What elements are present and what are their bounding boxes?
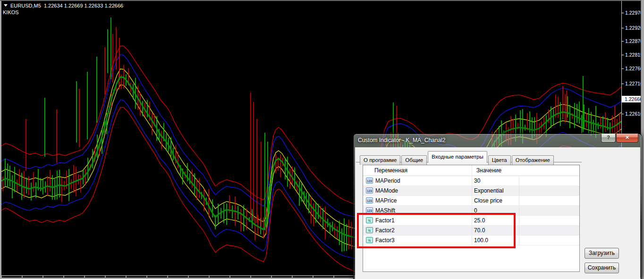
column-separator	[519, 176, 519, 186]
param-row-MAPrice[interactable]: 123MAPriceClose price	[363, 196, 579, 206]
chart-symbol: EURUSD,M5	[10, 3, 41, 8]
chart-ohlc-quotes: 1.22634 1.22669 1.22633 1.22666	[44, 3, 123, 8]
indicator-name-label: KIKOS	[3, 9, 19, 15]
column-header-value: Значение	[476, 167, 501, 174]
custom-indicator-dialog: Custom Indicator - K_MA_Chanal2 ? ✕ О пр…	[353, 134, 642, 279]
dialog-tab-4[interactable]: Отображение	[512, 155, 554, 165]
param-name: MAPeriod	[375, 178, 400, 184]
param-name: MAMode	[375, 187, 398, 194]
load-button[interactable]: Загрузить	[585, 248, 619, 259]
param-value[interactable]: 30	[474, 178, 480, 184]
dialog-tab-2[interactable]: Входные параметры	[428, 151, 487, 163]
axis-tick	[622, 84, 624, 84]
column-separator	[472, 165, 472, 176]
integer-param-icon: 123	[366, 187, 373, 194]
axis-tick	[622, 68, 624, 69]
save-button[interactable]: Сохранить	[585, 262, 619, 273]
column-separator	[472, 196, 472, 205]
axis-tick	[622, 28, 624, 28]
param-row-MAPeriod[interactable]: 123MAPeriod30	[363, 176, 579, 186]
integer-param-icon: 123	[366, 197, 373, 203]
param-name: MAPrice	[375, 197, 397, 204]
tab-strip: О программеОбщиеВходные параметрыЦветаОт…	[360, 151, 555, 162]
axis-tick	[622, 13, 624, 13]
column-separator	[519, 186, 519, 195]
help-button[interactable]: ?	[601, 134, 616, 143]
table-header-row: Переменная Значение	[363, 165, 579, 176]
column-separator	[519, 196, 519, 205]
column-separator	[472, 186, 472, 195]
dialog-tab-1[interactable]: Общие	[401, 155, 427, 165]
close-button[interactable]: ✕	[616, 134, 638, 143]
axis-tick	[622, 114, 624, 114]
window-frame-left	[0, 0, 1, 279]
dialog-title: Custom Indicator - K_MA_Chanal2	[358, 137, 445, 144]
column-separator	[519, 216, 519, 225]
column-header-variable: Переменная	[374, 167, 407, 174]
chart-symbol-header: EURUSD,M5 1.22634 1.22669 1.22633 1.2266…	[4, 3, 123, 8]
help-icon: ?	[607, 135, 610, 140]
integer-param-icon: 123	[366, 178, 373, 184]
column-separator	[519, 236, 519, 245]
column-separator	[519, 226, 519, 235]
column-separator	[519, 206, 519, 215]
axis-tick	[622, 41, 624, 42]
close-icon: ✕	[625, 135, 629, 140]
dialog-tab-3[interactable]: Цвета	[488, 155, 511, 165]
param-value[interactable]: Exponential	[474, 187, 504, 194]
param-value[interactable]: Close price	[474, 197, 502, 204]
window-frame-top	[0, 0, 644, 1]
chevron-down-icon[interactable]	[4, 4, 8, 7]
param-row-MAMode[interactable]: 123MAModeExponential	[363, 186, 579, 196]
red-highlight-annotation	[357, 213, 516, 248]
mt4-chart-window: EURUSD,M5 1.22634 1.22669 1.22633 1.2266…	[0, 0, 644, 279]
column-separator	[472, 176, 472, 186]
current-price-badge: 1.22666	[622, 96, 641, 102]
axis-tick	[622, 55, 624, 55]
dialog-tab-0[interactable]: О программе	[360, 155, 400, 165]
